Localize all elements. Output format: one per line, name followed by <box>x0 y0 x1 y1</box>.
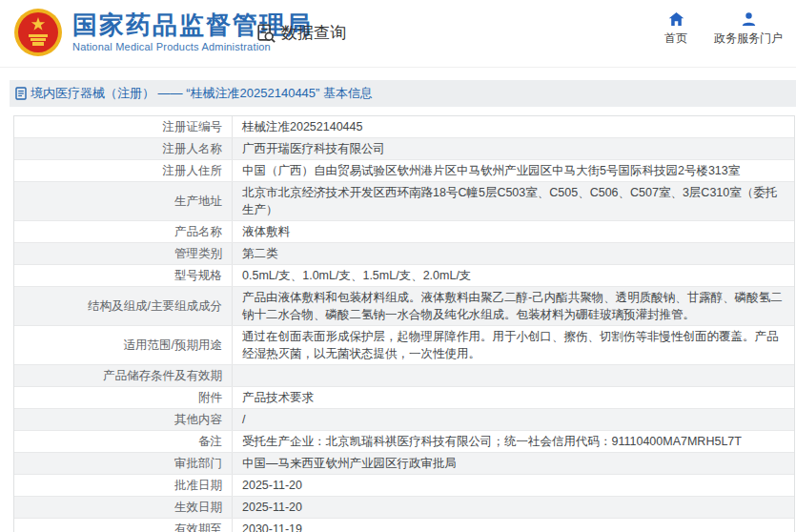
table-row: 管理类别第二类 <box>14 243 794 265</box>
row-label: 注册人住所 <box>14 160 233 181</box>
breadcrumb-bar: 境内医疗器械（注册） —— “桂械注准20252140445” 基本信息 <box>10 80 796 107</box>
table-row: 批准日期2025-11-20 <box>14 475 794 497</box>
table-row: 注册人名称广西开瑞医疗科技有限公司 <box>14 138 794 160</box>
row-label: 管理类别 <box>14 243 233 264</box>
top-nav: 首页 政务服务门户 <box>664 11 783 47</box>
table-row: 注册人住所中国（广西）自由贸易试验区钦州港片区中马钦州产业园区中马大街5号国际科… <box>14 160 794 182</box>
national-emblem-logo[interactable] <box>13 8 63 57</box>
row-value <box>233 365 794 386</box>
table-row: 其他内容/ <box>14 409 794 431</box>
table-row: 产品名称液体敷料 <box>14 221 794 243</box>
document-search-icon <box>255 23 276 44</box>
row-label: 注册证编号 <box>14 116 233 137</box>
row-label: 适用范围/预期用途 <box>14 326 233 364</box>
home-icon <box>668 11 684 27</box>
row-value: 2025-11-20 <box>233 475 794 496</box>
table-row: 附件产品技术要求 <box>14 387 794 409</box>
row-value: 受托生产企业：北京凯瑞科祺医疗科技有限公司；统一社会信用代码：91110400M… <box>233 431 794 452</box>
table-row: 结构及组成/主要组成成分产品由液体敷料和包装材料组成。液体敷料由聚乙二醇-己内酯… <box>14 287 794 326</box>
site-header: 国家药品监督管理局 National Medical Products Admi… <box>0 0 796 68</box>
page: 国家药品监督管理局 National Medical Products Admi… <box>0 0 796 532</box>
row-value: 广西开瑞医疗科技有限公司 <box>233 138 794 159</box>
row-value: 产品由液体敷料和包装材料组成。液体敷料由聚乙二醇-己内酯共聚物、透明质酸钠、甘露… <box>233 287 794 325</box>
user-icon <box>741 11 757 27</box>
info-table: 注册证编号桂械注准20252140445注册人名称广西开瑞医疗科技有限公司注册人… <box>13 115 795 532</box>
row-value: 液体敷料 <box>233 221 794 242</box>
row-value: / <box>233 409 794 430</box>
nav-portal-label: 政务服务门户 <box>714 31 783 47</box>
table-row: 型号规格0.5mL/支、1.0mL/支、1.5mL/支、2.0mL/支 <box>14 265 794 287</box>
row-value: 2025-11-20 <box>233 497 794 518</box>
row-label: 批准日期 <box>14 475 233 496</box>
row-label: 有效期至 <box>14 519 233 532</box>
row-label: 产品名称 <box>14 221 233 242</box>
table-row: 备注受托生产企业：北京凯瑞科祺医疗科技有限公司；统一社会信用代码：9111040… <box>14 431 794 453</box>
row-label: 型号规格 <box>14 265 233 286</box>
nav-portal[interactable]: 政务服务门户 <box>714 11 783 47</box>
table-row: 适用范围/预期用途通过在创面表面形成保护层，起物理屏障作用。用于小创口、擦伤、切… <box>14 326 794 365</box>
nav-home[interactable]: 首页 <box>664 11 687 47</box>
row-value: 通过在创面表面形成保护层，起物理屏障作用。用于小创口、擦伤、切割伤等非慢性创面的… <box>233 326 794 364</box>
table-row: 注册证编号桂械注准20252140445 <box>14 116 794 138</box>
table-row: 产品储存条件及有效期 <box>14 365 794 387</box>
row-value: 中国—马来西亚钦州产业园区行政审批局 <box>233 453 794 474</box>
row-label: 生效日期 <box>14 497 233 518</box>
table-row: 审批部门中国—马来西亚钦州产业园区行政审批局 <box>14 453 794 475</box>
row-label: 审批部门 <box>14 453 233 474</box>
row-label: 其他内容 <box>14 409 233 430</box>
data-query-label: 数据查询 <box>281 22 346 44</box>
row-value: 2030-11-19 <box>233 519 794 532</box>
row-label: 产品储存条件及有效期 <box>14 365 233 386</box>
row-value: 桂械注准20252140445 <box>233 116 794 137</box>
row-label: 生产地址 <box>14 182 233 220</box>
national-emblem-icon <box>13 8 63 57</box>
data-query-link[interactable]: 数据查询 <box>255 22 346 44</box>
table-row: 生效日期2025-11-20 <box>14 497 794 519</box>
row-value: 产品技术要求 <box>233 387 794 408</box>
table-row: 有效期至2030-11-19 <box>14 519 794 532</box>
breadcrumb: 境内医疗器械（注册） —— “桂械注准20252140445” 基本信息 <box>15 85 373 102</box>
row-value: 0.5mL/支、1.0mL/支、1.5mL/支、2.0mL/支 <box>233 265 794 286</box>
nav-home-label: 首页 <box>664 31 687 47</box>
row-label: 附件 <box>14 387 233 408</box>
document-icon <box>15 87 27 100</box>
row-label: 结构及组成/主要组成成分 <box>14 287 233 325</box>
breadcrumb-text: 境内医疗器械（注册） —— “桂械注准20252140445” 基本信息 <box>31 85 373 102</box>
row-label: 备注 <box>14 431 233 452</box>
row-value: 第二类 <box>233 243 794 264</box>
table-row: 生产地址北京市北京经济技术开发区西环南路18号C幢5层C503室、C505、C5… <box>14 182 794 221</box>
row-value: 北京市北京经济技术开发区西环南路18号C幢5层C503室、C505、C506、C… <box>233 182 794 220</box>
row-value: 中国（广西）自由贸易试验区钦州港片区中马钦州产业园区中马大街5号国际科技园2号楼… <box>233 160 794 181</box>
row-label: 注册人名称 <box>14 138 233 159</box>
